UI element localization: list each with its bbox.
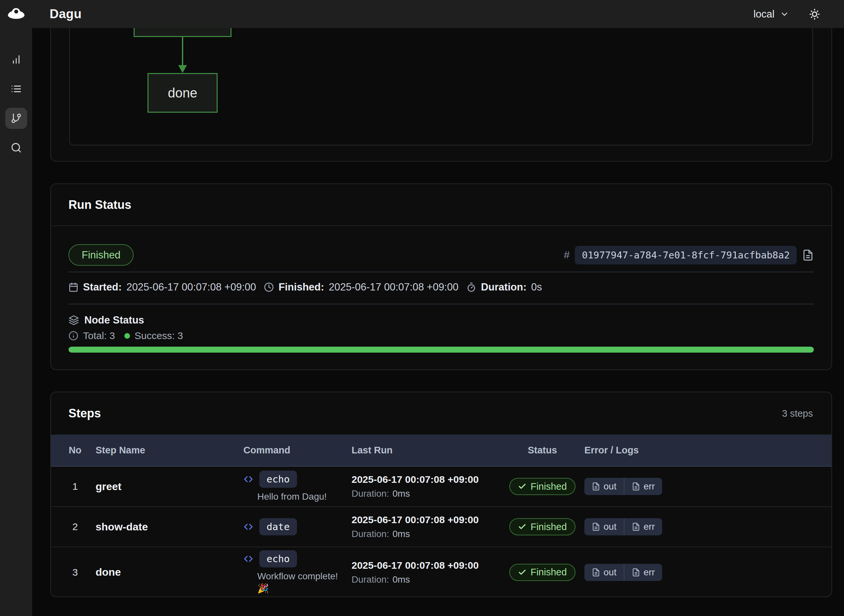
run-id-group: # 01977947-a784-7e01-8fcf-791acfbab8a2 [564,246,814,264]
dag-node-done[interactable]: done [147,73,218,113]
code-icon [243,474,253,484]
stderr-log-button[interactable]: err [624,478,662,495]
step-status-badge: Finished [509,478,575,495]
timer-icon [466,282,476,292]
stdout-log-button[interactable]: out [584,564,624,581]
sidebar-item-dag-list[interactable] [5,78,27,100]
info-icon [68,331,78,341]
run-id-value[interactable]: 01977947-a784-7e01-8fcf-791acfbab8a2 [575,246,797,264]
node-progress-fill [68,347,814,353]
step-last-run-cell: 2025-06-17 00:07:08 +09:00 Duration:0ms [351,560,500,585]
main-content: done Run Status Finished # 01977947-a784… [32,0,844,616]
step-command-cell: echo Hello from Dagu! [243,471,349,503]
step-command: echo [259,471,297,488]
sidebar [0,0,32,616]
step-command-cell: date [243,518,349,535]
steps-title: Steps [68,406,101,420]
col-no: No [69,445,82,456]
app-title: Dagu [50,7,82,21]
run-status-body: Finished # 01977947-a784-7e01-8fcf-791ac… [51,244,831,353]
col-command: Command [243,445,349,456]
dag-edge [182,37,183,66]
step-duration: 0ms [393,488,410,499]
file-text-icon [592,482,600,491]
run-log-icon[interactable] [802,249,814,261]
finished-label: Finished: [278,281,324,293]
list-icon [10,83,22,94]
divider [68,304,814,304]
file-text-icon [632,482,640,491]
step-description: Workflow complete! 🎉 [257,570,340,594]
step-duration: 0ms [393,574,410,585]
success-dot-icon [124,333,130,339]
chevron-down-icon [780,10,789,19]
step-status-badge: Finished [509,564,575,581]
file-text-icon [592,522,600,531]
check-icon [518,482,526,491]
step-number: 1 [72,481,78,492]
sidebar-item-dashboard[interactable] [5,49,27,70]
divider [68,272,814,272]
stdout-log-button[interactable]: out [584,478,624,495]
file-text-icon [592,568,600,577]
step-logs-cell: out err [584,478,831,495]
check-icon [518,568,526,577]
step-duration-label: Duration: [351,529,389,539]
node-success-label: Success: 3 [135,330,183,342]
step-logs-cell: out err [584,564,831,581]
step-row: 3 done echo Workflow complete! 🎉 2025-06… [51,547,831,597]
run-status-header: Run Status [51,184,831,226]
steps-card: Steps 3 steps No Step Name Command Last … [50,392,832,597]
finished-value: 2025-06-17 00:07:08 +09:00 [329,281,458,293]
sidebar-item-dag-runs[interactable] [5,108,27,129]
sun-icon [808,8,821,21]
step-row: 2 show-date date 2025-06-17 00:07:08 +09… [51,506,831,547]
topbar: Dagu local [0,0,844,28]
dag-edge-arrowhead [178,65,187,73]
search-icon [10,142,22,153]
step-command-cell: echo Workflow complete! 🎉 [243,550,349,594]
step-status-label: Finished [531,567,567,578]
step-duration: 0ms [393,529,410,539]
step-logs-cell: out err [584,518,831,535]
step-last-run: 2025-06-17 00:07:08 +09:00 [351,560,500,571]
col-step-name: Step Name [96,445,241,456]
clock-icon [264,282,274,292]
sidebar-item-search[interactable] [5,137,27,158]
hash-icon: # [564,249,570,261]
started-value: 2025-06-17 00:07:08 +09:00 [126,281,256,293]
dagu-logo-icon[interactable] [0,7,32,22]
col-last-run: Last Run [351,445,500,456]
calendar-icon [68,282,78,292]
steps-table-header: No Step Name Command Last Run Status Err… [51,434,831,466]
check-icon [518,522,526,531]
step-name: show-date [96,521,241,533]
duration-value: 0s [531,281,542,293]
step-description: Hello from Dagu! [257,490,340,503]
step-row: 1 greet echo Hello from Dagu! 2025-06-17… [51,466,831,506]
code-icon [243,554,253,564]
node-total-label: Total: 3 [83,330,115,342]
theme-toggle-button[interactable] [808,8,821,21]
step-last-run: 2025-06-17 00:07:08 +09:00 [351,514,500,525]
step-duration-label: Duration: [351,574,389,585]
step-number: 2 [72,521,78,532]
steps-count: 3 steps [782,408,813,419]
file-text-icon [632,522,640,531]
col-status: Status [528,445,557,456]
step-name: greet [96,481,241,493]
stdout-log-button[interactable]: out [584,518,624,535]
step-number: 3 [72,567,78,578]
stderr-log-button[interactable]: err [624,518,662,535]
col-error-logs: Error / Logs [584,445,831,456]
step-name: done [96,566,241,578]
stderr-log-button[interactable]: err [624,564,662,581]
environment-value: local [753,8,775,20]
step-command: echo [259,550,297,568]
steps-table-body: 1 greet echo Hello from Dagu! 2025-06-17… [51,466,831,597]
step-last-run-cell: 2025-06-17 00:07:08 +09:00 Duration:0ms [351,514,500,539]
run-status-card: Run Status Finished # 01977947-a784-7e01… [50,183,832,370]
duration-label: Duration: [481,281,526,293]
environment-dropdown[interactable]: local [753,8,789,20]
started-label: Started: [83,281,122,293]
